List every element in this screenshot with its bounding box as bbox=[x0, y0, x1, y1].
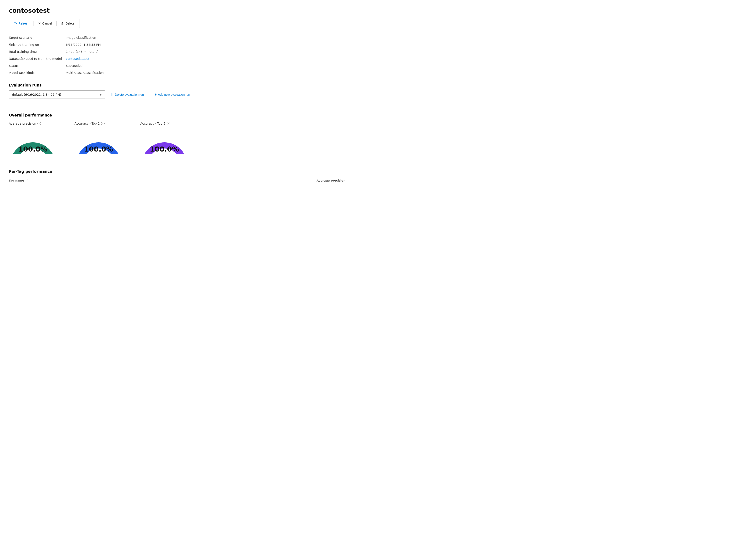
gauge-container: Accuracy - Top 1 i100.0% bbox=[75, 122, 123, 154]
table-column-header[interactable]: Tag name ↑ bbox=[9, 177, 316, 184]
refresh-label: Refresh bbox=[18, 22, 29, 25]
eval-actions-divider bbox=[149, 92, 149, 97]
add-eval-label: Add new evaluation run bbox=[158, 93, 190, 96]
gauge-value: 100.0% bbox=[18, 145, 47, 153]
evaluation-runs-section: Evaluation runs default (6/16/2022, 1:34… bbox=[9, 83, 747, 99]
toolbar-separator-2 bbox=[56, 21, 57, 26]
overall-performance-section: Overall performance Average precision i1… bbox=[9, 113, 747, 154]
eval-dropdown[interactable]: default (6/16/2022, 1:34:25 PM) ∨ bbox=[9, 90, 105, 99]
delete-eval-label: Delete evaluation run bbox=[115, 93, 144, 96]
info-label: Status bbox=[9, 63, 66, 68]
info-icon[interactable]: i bbox=[167, 122, 170, 125]
info-value: Image classification bbox=[66, 35, 747, 40]
info-icon[interactable]: i bbox=[101, 122, 105, 125]
toolbar: ↻ Refresh ✕ Cancel 🗑 Delete bbox=[9, 19, 80, 28]
gauges-row: Average precision i100.0%Accuracy - Top … bbox=[9, 122, 747, 154]
info-label: Model task kinds bbox=[9, 70, 66, 75]
overall-performance-title: Overall performance bbox=[9, 113, 747, 117]
refresh-icon: ↻ bbox=[14, 21, 17, 25]
gauge-wrapper: 100.0% bbox=[9, 128, 57, 154]
per-tag-performance-section: Per-Tag performance Tag name ↑Average pr… bbox=[9, 169, 747, 184]
eval-runs-row: default (6/16/2022, 1:34:25 PM) ∨ 🗑 Dele… bbox=[9, 90, 747, 99]
info-grid: Target scenarioImage classificationFinis… bbox=[9, 35, 747, 75]
info-value: 6/16/2022, 1:34:58 PM bbox=[66, 42, 747, 47]
gauge-wrapper: 100.0% bbox=[75, 128, 123, 154]
info-label: Finished training on bbox=[9, 42, 66, 47]
gauge-value: 100.0% bbox=[84, 145, 113, 153]
gauge-container: Accuracy - Top 5 i100.0% bbox=[140, 122, 188, 154]
gauge-label: Average precision i bbox=[9, 122, 41, 125]
info-label: Total training time bbox=[9, 49, 66, 54]
eval-dropdown-value: default (6/16/2022, 1:34:25 PM) bbox=[12, 93, 61, 96]
delete-eval-icon: 🗑 bbox=[110, 93, 114, 96]
chevron-down-icon: ∨ bbox=[100, 93, 102, 96]
table-header-row: Tag name ↑Average precision bbox=[9, 177, 747, 184]
page-title: contosotest bbox=[9, 7, 747, 14]
evaluation-runs-title: Evaluation runs bbox=[9, 83, 747, 87]
delete-eval-run-button[interactable]: 🗑 Delete evaluation run bbox=[110, 93, 144, 96]
section-divider-2 bbox=[9, 163, 747, 163]
delete-button[interactable]: 🗑 Delete bbox=[58, 20, 77, 27]
info-value: 1 hour(s) 8 minute(s) bbox=[66, 49, 747, 54]
per-tag-table: Tag name ↑Average precision bbox=[9, 177, 747, 184]
delete-icon: 🗑 bbox=[61, 22, 64, 25]
gauge-label: Accuracy - Top 1 i bbox=[75, 122, 105, 125]
table-column-header: Average precision bbox=[316, 177, 747, 184]
cancel-icon: ✕ bbox=[38, 21, 41, 25]
info-value[interactable]: contosodataset bbox=[66, 56, 747, 61]
gauge-container: Average precision i100.0% bbox=[9, 122, 57, 154]
info-value: Multi-Class Classification bbox=[66, 70, 747, 75]
sort-arrow-icon: ↑ bbox=[25, 179, 28, 182]
add-eval-run-button[interactable]: + Add new evaluation run bbox=[154, 93, 190, 97]
cancel-label: Cancel bbox=[42, 22, 52, 25]
info-value: Succeeded bbox=[66, 63, 747, 68]
info-icon[interactable]: i bbox=[37, 122, 41, 125]
add-eval-icon: + bbox=[154, 93, 156, 97]
cancel-button[interactable]: ✕ Cancel bbox=[35, 20, 55, 27]
info-label: Target scenario bbox=[9, 35, 66, 40]
info-label: Dataset(s) used to train the model bbox=[9, 56, 66, 61]
delete-label: Delete bbox=[66, 22, 74, 25]
gauge-value: 100.0% bbox=[150, 145, 179, 153]
per-tag-title: Per-Tag performance bbox=[9, 169, 747, 174]
refresh-button[interactable]: ↻ Refresh bbox=[12, 20, 32, 27]
gauge-label: Accuracy - Top 5 i bbox=[140, 122, 170, 125]
gauge-wrapper: 100.0% bbox=[140, 128, 188, 154]
eval-actions: 🗑 Delete evaluation run + Add new evalua… bbox=[110, 92, 190, 97]
section-divider bbox=[9, 107, 747, 107]
